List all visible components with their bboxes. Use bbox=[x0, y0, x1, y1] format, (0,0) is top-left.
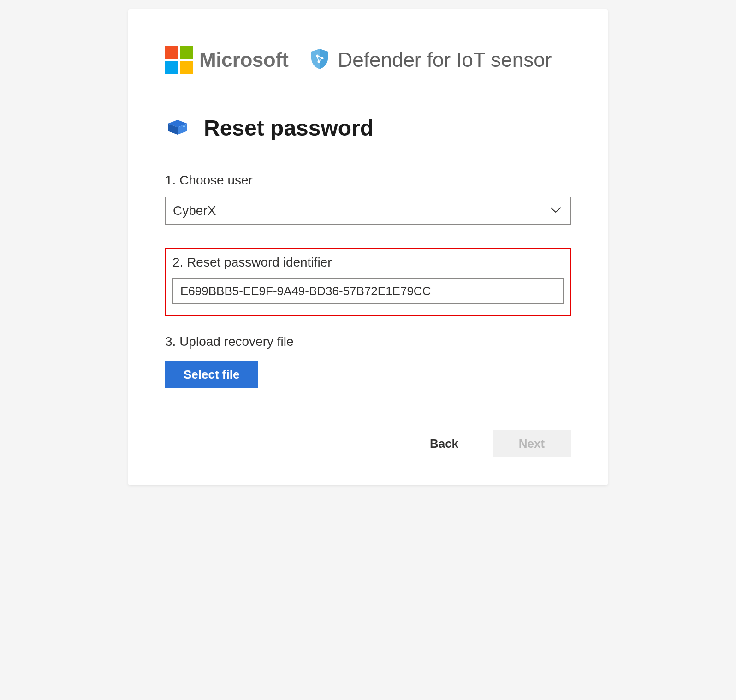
microsoft-wordmark: Microsoft bbox=[199, 48, 289, 71]
page-title-row: Reset password bbox=[165, 115, 571, 141]
page-title: Reset password bbox=[204, 115, 374, 141]
step3-label: 3. Upload recovery file bbox=[165, 334, 571, 349]
reset-password-card: Microsoft Defender for IoT sensor bbox=[128, 9, 608, 485]
choose-user-select[interactable] bbox=[165, 197, 571, 225]
microsoft-logo: Microsoft bbox=[165, 46, 289, 74]
brand-divider bbox=[299, 49, 299, 71]
nav-row: Back Next bbox=[165, 430, 571, 457]
step2-label: 2. Reset password identifier bbox=[172, 255, 564, 270]
shield-icon bbox=[309, 48, 330, 72]
back-button[interactable]: Back bbox=[405, 430, 483, 457]
sensor-icon bbox=[165, 118, 190, 138]
microsoft-logo-icon bbox=[165, 46, 193, 74]
user-select-wrap bbox=[165, 197, 571, 225]
next-button: Next bbox=[493, 430, 571, 457]
step1-label: 1. Choose user bbox=[165, 173, 571, 188]
svg-point-9 bbox=[183, 125, 185, 127]
product-name: Defender for IoT sensor bbox=[338, 48, 552, 71]
reset-identifier-input[interactable] bbox=[172, 278, 564, 304]
product-brand: Defender for IoT sensor bbox=[309, 48, 552, 72]
reset-identifier-highlight: 2. Reset password identifier bbox=[165, 248, 571, 316]
brand-header: Microsoft Defender for IoT sensor bbox=[165, 46, 571, 74]
select-file-button[interactable]: Select file bbox=[165, 361, 258, 388]
